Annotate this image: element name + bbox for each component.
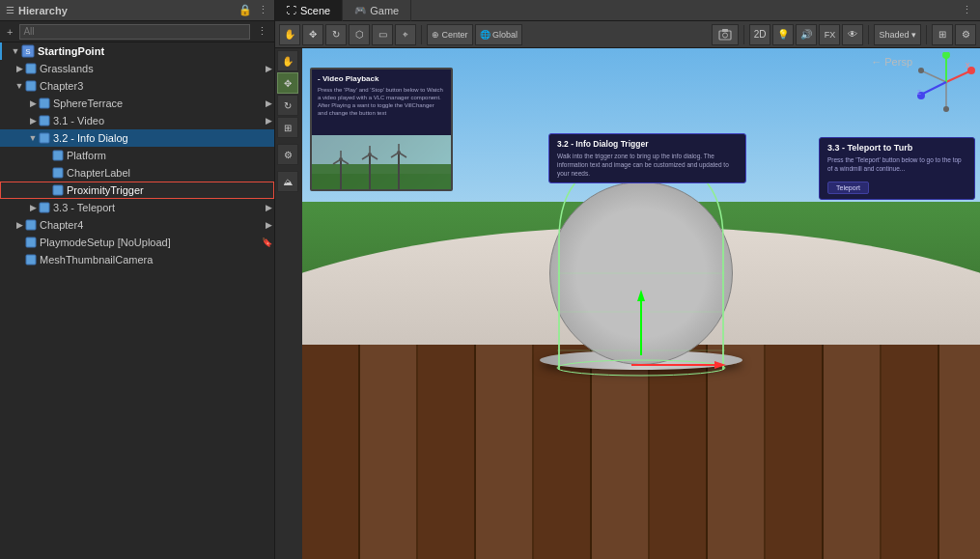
move-nav-btn[interactable]: ✥: [277, 72, 298, 94]
hierarchy-header: ☰ Hierarchy 🔒 ⋮: [0, 0, 274, 21]
gameobject-icon-info-dialog: [39, 132, 50, 144]
tab-extra-controls: ⋮: [962, 4, 980, 16]
video-label: 3.1 - Video: [53, 115, 266, 126]
fx-btn[interactable]: FX: [819, 24, 840, 45]
resize-nav-btn[interactable]: ⊞: [277, 117, 298, 138]
gameobject-icon-video: [39, 115, 50, 126]
tree-item-grasslands[interactable]: ▶ Grasslands ▶: [0, 60, 274, 77]
rect-tool[interactable]: ▭: [372, 24, 393, 45]
tab-more-btn[interactable]: ⋮: [962, 4, 972, 16]
svg-text:Z: Z: [917, 89, 922, 96]
tree-item-proximity-trigger[interactable]: ProximityTrigger: [0, 182, 274, 199]
rotate-nav-btn[interactable]: ↻: [277, 95, 298, 116]
svg-text:X: X: [966, 62, 970, 69]
add-button[interactable]: +: [4, 26, 15, 38]
hand-nav-btn[interactable]: ✋: [277, 50, 298, 71]
expand-arrow-starting-point: ▼: [10, 46, 21, 56]
tree-item-33-teleport[interactable]: ▶ 3.3 - Teleport ▶: [0, 199, 274, 216]
gameobject-icon-chapter4: [25, 219, 37, 231]
scene-icon: S: [21, 44, 35, 58]
grid-btn[interactable]: ⊞: [932, 24, 953, 45]
svg-rect-9: [53, 185, 63, 195]
nav-sep2: [277, 166, 300, 170]
scene-tab-icon: ⛶: [287, 5, 296, 15]
transform-tool[interactable]: ⌖: [395, 24, 416, 45]
scene-tab-label: Scene: [300, 5, 330, 16]
render-mode-btn[interactable]: Shaded ▾: [874, 24, 921, 45]
tree-item-31-video[interactable]: ▶ 3.1 - Video ▶: [0, 112, 274, 129]
tree-item-32-info-dialog[interactable]: ▼ 3.2 - Info Dialog: [0, 129, 274, 147]
gizmo-cube-widget: X Y Z: [916, 52, 976, 112]
hierarchy-tree: ▼ S StartingPoint ▶ Grasslands ▶ ▼: [0, 42, 274, 559]
menu-icon[interactable]: ⋮: [258, 4, 268, 16]
svg-rect-2: [26, 64, 36, 73]
camera-btn[interactable]: [712, 24, 739, 45]
scene-nav-panel: ✋ ✥ ↻ ⊞ ⚙ ⛰: [275, 48, 302, 559]
info-panel-text: Walk into the trigger zone to bring up t…: [557, 152, 738, 178]
scale-tool[interactable]: ⬡: [349, 24, 370, 45]
gameobject-icon-teleport: [39, 202, 50, 213]
audio-btn[interactable]: 🔊: [796, 24, 817, 45]
svg-point-47: [918, 68, 924, 73]
toolbar-sep2: [743, 25, 744, 44]
svg-point-49: [942, 52, 950, 59]
tree-item-platform[interactable]: Platform: [0, 147, 274, 164]
svg-line-52: [923, 82, 946, 94]
svg-marker-26: [714, 361, 726, 369]
expand-arrow-chapter4: ▶: [14, 220, 25, 230]
teleport-panel-button[interactable]: Teleport: [827, 182, 869, 194]
hierarchy-toolbar: + ⋮: [0, 21, 274, 42]
tree-item-playmode-setup[interactable]: PlaymodeSetup [NoUpload] 🔖: [0, 234, 274, 251]
light-btn[interactable]: 💡: [772, 24, 794, 45]
pivot-tool[interactable]: ⊕ Center: [427, 24, 473, 45]
tree-item-mesh-thumbnail[interactable]: MeshThumbnailCamera: [0, 251, 274, 268]
svg-rect-13: [26, 255, 36, 265]
camera-icon: [718, 28, 732, 42]
terrain-nav-btn[interactable]: ⛰: [277, 171, 298, 192]
svg-rect-4: [40, 98, 49, 108]
global-tool[interactable]: 🌐 Global: [475, 24, 523, 45]
scene-tab[interactable]: ⛶ Scene: [275, 0, 343, 21]
gameobject-icon-chapterlabel: [52, 167, 64, 179]
tree-item-chapter4[interactable]: ▶ Chapter4 ▶: [0, 216, 274, 234]
hierarchy-search[interactable]: [19, 24, 250, 40]
grasslands-label: Grasslands: [40, 63, 266, 74]
tree-item-chapter-label[interactable]: ChapterLabel: [0, 164, 274, 182]
svg-rect-16: [722, 29, 728, 32]
expand-arrow-sphere: ▶: [27, 98, 39, 108]
hand-tool[interactable]: ✋: [279, 24, 300, 45]
2d-btn[interactable]: 2D: [749, 24, 771, 45]
svg-rect-7: [53, 151, 63, 160]
expand-arrow-video: ▶: [27, 116, 39, 126]
move-tool[interactable]: ✥: [302, 24, 323, 45]
mesh-thumbnail-label: MeshThumbnailCamera: [40, 254, 272, 266]
info-dialog-panel: 3.2 - Info Dialog Trigger Walk into the …: [548, 133, 746, 183]
svg-text:Y: Y: [944, 52, 949, 53]
chapter-label-label: ChapterLabel: [67, 167, 272, 179]
scene-gizmo-btn[interactable]: 👁: [842, 24, 863, 45]
tree-item-chapter3[interactable]: ▼ Chapter3: [0, 77, 274, 95]
expand-arrow-info-dialog: ▼: [27, 133, 39, 143]
gameobject-icon-grasslands: [25, 63, 37, 74]
rotate-tool[interactable]: ↻: [325, 24, 347, 45]
svg-rect-28: [312, 164, 451, 191]
expand-arrow-teleport: ▶: [27, 203, 39, 212]
settings-nav-btn[interactable]: ⚙: [277, 144, 298, 165]
svg-rect-14: [719, 31, 731, 40]
hierarchy-title: Hierarchy: [18, 5, 68, 16]
playmode-badge: 🔖: [262, 238, 272, 247]
tree-item-starting-point[interactable]: ▼ S StartingPoint: [0, 42, 274, 60]
chapter3-label: Chapter3: [40, 80, 272, 92]
svg-rect-12: [26, 238, 36, 247]
video-panel-text: - Video Playback Press the 'Play' and 'S…: [312, 70, 451, 135]
teleport-panel-title: 3.3 - Teleport to Turb: [827, 143, 966, 153]
gameobject-icon-playmode: [25, 237, 37, 248]
settings-btn[interactable]: ⚙: [955, 24, 976, 45]
video-panel-title: - Video Playback: [318, 74, 445, 83]
hierarchy-options[interactable]: ⋮: [254, 25, 270, 38]
toolbar-sep1: [421, 25, 422, 44]
game-tab[interactable]: 🎮 Game: [343, 0, 411, 21]
svg-rect-8: [53, 168, 63, 178]
tree-item-sphere-terrace[interactable]: ▶ SphereTerrace ▶: [0, 95, 274, 112]
lock-icon[interactable]: 🔒: [238, 4, 252, 16]
